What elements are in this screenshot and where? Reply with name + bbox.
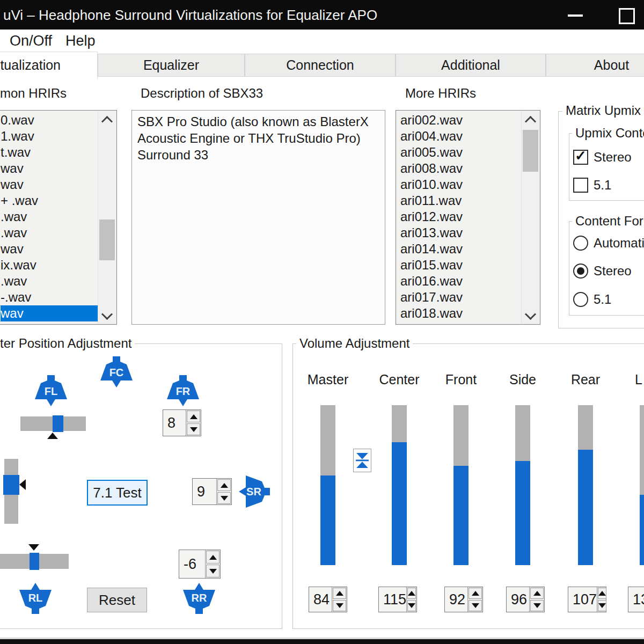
radio-circle[interactable] — [573, 264, 588, 279]
list-item[interactable]: ari012.wav — [400, 209, 522, 225]
list-item[interactable]: -.wav — [1, 289, 98, 305]
list-item[interactable]: ari008.wav — [400, 160, 522, 177]
list-item[interactable]: wav — [1, 241, 98, 257]
scrollbar-thumb[interactable] — [523, 130, 538, 172]
fr-distance-value[interactable]: 8 — [163, 410, 186, 436]
list-item[interactable]: ari002.wav — [400, 112, 522, 128]
radio-automatic[interactable]: Automatic — [573, 236, 644, 251]
list-item[interactable]: .wav — [1, 273, 98, 289]
fr-distance-spinner[interactable]: 8 — [163, 409, 201, 436]
spin-down-icon[interactable] — [530, 600, 544, 611]
radio-circle[interactable] — [573, 292, 588, 307]
spin-up-icon[interactable] — [333, 588, 346, 599]
spin-up-icon[interactable] — [407, 588, 416, 599]
list-item[interactable]: ix.wav — [1, 257, 98, 273]
list-item[interactable]: .wav — [1, 225, 98, 241]
common-hrirs-list[interactable]: 0.wav1.wavt.wavwavwav+ .wav.wav.wavwavix… — [0, 110, 117, 325]
radio-stereo[interactable]: Stereo — [573, 264, 632, 279]
sr-distance-spinner[interactable]: 9 — [192, 478, 232, 505]
more-hrirs-scrollbar[interactable] — [521, 111, 539, 324]
scrollbar-thumb[interactable] — [99, 219, 115, 260]
fl-slider-thumb[interactable] — [53, 415, 63, 432]
list-item[interactable]: ari014.wav — [400, 241, 522, 257]
speaker-fr-icon[interactable]: FR — [165, 375, 201, 408]
volume-slider-l[interactable] — [640, 405, 644, 565]
spin-up-icon[interactable] — [469, 588, 482, 599]
tab-about[interactable]: About — [546, 54, 644, 77]
list-item[interactable]: t.wav — [1, 144, 98, 160]
volume-slider-side[interactable] — [515, 405, 530, 565]
minimize-icon[interactable] — [568, 14, 583, 17]
tab-connection[interactable]: Connection — [245, 54, 396, 77]
volume-spinner-rear[interactable]: 107 — [568, 587, 606, 612]
list-item[interactable]: 0.wav — [1, 112, 98, 128]
scroll-down-icon[interactable] — [98, 306, 116, 324]
spin-up-icon[interactable] — [206, 551, 219, 564]
tab-additional[interactable]: Additional — [396, 54, 546, 77]
menu-onoff[interactable]: On/Off — [5, 32, 56, 50]
volume-slider-master[interactable] — [320, 405, 335, 565]
speaker-rr-icon[interactable]: RR — [181, 581, 217, 614]
spin-down-icon[interactable] — [217, 492, 231, 504]
sr-distance-value[interactable]: 9 — [193, 479, 216, 504]
sl-slider-thumb[interactable] — [3, 475, 19, 495]
rl-slider-thumb[interactable] — [30, 553, 39, 570]
spin-up-icon[interactable] — [598, 588, 606, 599]
list-item[interactable]: ari005.wav — [400, 144, 522, 160]
spin-up-icon[interactable] — [530, 588, 544, 599]
spin-down-icon[interactable] — [206, 565, 219, 577]
volume-spinner-master[interactable]: 84 — [309, 587, 347, 612]
test-71-button[interactable]: 7.1 Test — [87, 480, 148, 506]
spin-up-icon[interactable] — [187, 411, 200, 422]
volume-value[interactable]: 92 — [445, 587, 467, 612]
volume-spinner-center[interactable]: 115 — [378, 587, 417, 612]
list-item[interactable]: wav — [1, 305, 98, 321]
list-item[interactable]: ari018.wav — [400, 305, 522, 321]
volume-slider-front[interactable] — [453, 405, 469, 565]
spin-down-icon[interactable] — [469, 600, 482, 611]
checkbox-stereo[interactable]: ✓Stereo — [573, 150, 632, 165]
list-item[interactable]: ari016.wav — [400, 273, 522, 289]
checkbox-box[interactable]: ✓ — [573, 150, 588, 165]
scroll-down-icon[interactable] — [522, 306, 539, 324]
volume-spinner-side[interactable]: 96 — [506, 587, 545, 612]
list-item[interactable]: .wav — [1, 209, 98, 225]
scroll-up-icon[interactable] — [98, 111, 116, 128]
speaker-fc-icon[interactable]: FC — [99, 356, 134, 389]
volume-value[interactable]: 13 — [628, 587, 644, 612]
spin-down-icon[interactable] — [333, 600, 346, 611]
volume-value[interactable]: 115 — [379, 587, 406, 612]
reset-button[interactable]: Reset — [87, 588, 147, 612]
volume-slider-center[interactable] — [392, 405, 407, 565]
list-item[interactable]: 1.wav — [1, 128, 98, 144]
list-item[interactable]: + .wav — [1, 193, 98, 209]
rr-distance-spinner[interactable]: -6 — [179, 550, 221, 579]
list-item[interactable]: ari010.wav — [400, 177, 522, 193]
radio-51[interactable]: 5.1 — [573, 292, 611, 307]
rl-slider-track[interactable] — [0, 554, 69, 569]
speaker-fl-icon[interactable]: FL — [33, 375, 69, 408]
common-hrirs-scrollbar[interactable] — [98, 111, 116, 324]
maximize-icon[interactable] — [619, 8, 635, 24]
description-box[interactable]: SBX Pro Studio (also known as BlasterX A… — [131, 110, 385, 325]
list-item[interactable]: wav — [1, 160, 98, 177]
volume-slider-rear[interactable] — [578, 405, 593, 565]
channel-link-icon[interactable] — [353, 449, 371, 472]
list-item[interactable]: ari015.wav — [400, 257, 522, 273]
list-item[interactable]: ari017.wav — [400, 289, 522, 305]
checkbox-box[interactable] — [573, 178, 588, 193]
scroll-up-icon[interactable] — [522, 111, 539, 128]
spin-down-icon[interactable] — [598, 600, 606, 611]
volume-value[interactable]: 96 — [507, 587, 529, 612]
fl-slider-track[interactable] — [20, 416, 86, 431]
rr-distance-value[interactable]: -6 — [179, 550, 205, 578]
menu-help[interactable]: Help — [61, 32, 100, 50]
list-item[interactable]: ari011.wav — [400, 193, 522, 209]
checkbox-51[interactable]: 5.1 — [573, 178, 611, 193]
more-hrirs-list[interactable]: ari002.wavari004.wavari005.wavari008.wav… — [396, 110, 540, 325]
volume-value[interactable]: 107 — [568, 587, 597, 612]
spin-down-icon[interactable] — [187, 423, 200, 435]
speaker-rl-icon[interactable]: RL — [18, 581, 53, 614]
sl-slider-track[interactable] — [4, 459, 18, 524]
list-item[interactable]: ari013.wav — [400, 225, 522, 241]
